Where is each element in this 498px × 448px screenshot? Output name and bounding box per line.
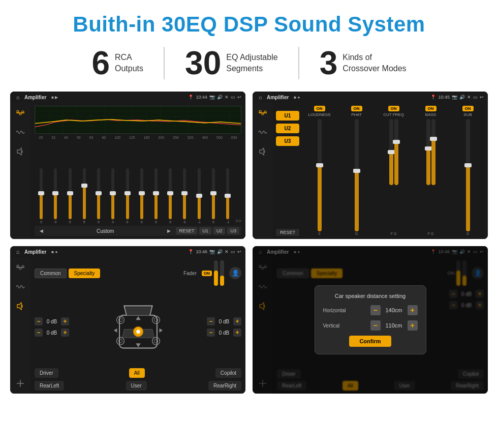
topbar-right-crossover: 📍 10:45 📷 🔊 ✕ ▭ ↩: [430, 95, 484, 100]
vol-plus-rl[interactable]: +: [61, 328, 69, 337]
topbar-dots-fader: ■ ●: [51, 250, 57, 254]
loudness-val: 0: [319, 231, 321, 236]
car-diagram: [72, 296, 204, 357]
vol-minus-fl[interactable]: −: [35, 317, 43, 325]
fader-sidebar: [10, 257, 30, 394]
topbar-time-eq: 10:44: [196, 95, 207, 100]
on-badge-sub: ON: [462, 106, 474, 111]
loudness-slider[interactable]: [318, 119, 322, 231]
feature-num-3: 3: [320, 47, 338, 79]
topbar-fader: ⌂ Amplifier ■ ● 📍 10:46 📷 🔊 ✕ ▭ ↩: [10, 246, 245, 257]
topbar-title-fader: Amplifier: [24, 249, 46, 255]
fader-main: Common Specialty Fader ON 👤 − 0 dB: [30, 257, 245, 394]
eq-u2-btn[interactable]: U2: [213, 227, 226, 234]
feature-eq: 30 EQ Adjustable Segments: [165, 47, 299, 79]
svg-marker-10: [260, 148, 264, 155]
sidebar-wave-icon-3[interactable]: [14, 281, 26, 293]
crossover-sidebar: [253, 103, 273, 239]
eq-main-area: 253240506380100125160200250320400500630 …: [30, 103, 245, 239]
sidebar-speaker-icon-3[interactable]: [14, 300, 26, 312]
vol-val-fl: 0 dB: [44, 319, 59, 324]
tab-specialty[interactable]: Specialty: [69, 268, 101, 278]
eq-slider-10: 0: [178, 168, 191, 224]
eq-slider-7: 0: [135, 168, 148, 224]
cutfreq-slider-g[interactable]: [394, 119, 398, 185]
u1-btn[interactable]: U1: [276, 111, 299, 121]
eq-sliders: 0 0 0 5 0 0 0 0 0 0 0 -1 0 -1 >>: [35, 141, 241, 224]
svg-point-12: [17, 265, 19, 267]
vol-val-rl: 0 dB: [44, 330, 59, 336]
u-buttons: U1 U2 U3 RESET: [276, 106, 299, 236]
dialog-horizontal-plus[interactable]: +: [408, 305, 418, 315]
sidebar-wave-icon[interactable]: [14, 126, 26, 138]
u3-btn[interactable]: U3: [276, 136, 299, 146]
feature-num-6: 6: [91, 47, 110, 79]
vol-plus-fl[interactable]: +: [61, 317, 69, 325]
bass-slider-g[interactable]: [431, 119, 435, 185]
vol-row-fr: − 0 dB +: [207, 317, 241, 325]
bass-val: F G: [428, 231, 434, 236]
eq-play-prev[interactable]: ◀: [37, 227, 46, 234]
dialog-overlay: Car speaker distance setting Horizontal …: [253, 246, 488, 394]
dialog-vertical-row: Vertical − 110cm +: [323, 320, 418, 331]
on-badge-bass: ON: [425, 106, 437, 111]
svg-point-21: [116, 316, 124, 324]
u2-btn[interactable]: U2: [276, 124, 299, 133]
dialog-confirm-button[interactable]: Confirm: [349, 336, 391, 347]
topbar-back-crossover: ↩: [480, 95, 484, 100]
svg-marker-20: [136, 343, 140, 347]
topbar-pin-fader: 📍: [188, 249, 194, 254]
sidebar-eq-icon-2[interactable]: [257, 107, 269, 119]
cutfreq-slider-f[interactable]: [389, 119, 393, 185]
home-icon: ⌂: [14, 94, 21, 101]
topbar-x-crossover: ✕: [467, 95, 471, 100]
sidebar-speaker-icon[interactable]: [14, 145, 26, 158]
crossover-reset-btn[interactable]: RESET: [276, 229, 299, 236]
channel-loudness-header: ON LOUDNESS: [308, 106, 331, 117]
topbar-vol-fader: 🔊: [217, 249, 223, 254]
sidebar-eq-icon-3[interactable]: [14, 261, 26, 274]
fader-slider-1[interactable]: [214, 260, 218, 286]
bass-label: BASS: [425, 112, 436, 117]
vol-plus-rr[interactable]: +: [233, 328, 241, 337]
vol-minus-rl[interactable]: −: [35, 328, 43, 337]
dialog-vertical-plus[interactable]: +: [408, 320, 418, 331]
topbar-eq: ⌂ Amplifier ■ ▶ 📍 10:44 📷 🔊 ✕ ▭ ↩: [10, 92, 245, 103]
eq-slider-8: 0: [149, 168, 163, 224]
btn-copilot[interactable]: Copilot: [215, 368, 241, 378]
channel-bass: ON BASS: [414, 106, 448, 236]
sidebar-speaker-icon-2[interactable]: [257, 145, 269, 158]
dialog-horizontal-minus[interactable]: −: [370, 305, 381, 315]
sub-slider[interactable]: [466, 119, 470, 231]
eq-play-next[interactable]: ▶: [164, 227, 174, 234]
svg-point-14: [22, 265, 24, 267]
btn-rearleft[interactable]: RearLeft: [35, 381, 64, 391]
eq-u3-btn[interactable]: U3: [227, 227, 239, 234]
svg-point-7: [259, 110, 261, 112]
on-badge-cutfreq: ON: [388, 106, 399, 111]
eq-slider-13: -1: [221, 168, 234, 224]
sidebar-eq-icon[interactable]: [14, 107, 26, 119]
cutfreq-label: CUT FREQ: [383, 112, 404, 117]
btn-rearright[interactable]: RearRight: [208, 381, 241, 391]
dialog-vertical-minus[interactable]: −: [370, 320, 381, 331]
eq-reset-btn[interactable]: RESET: [176, 227, 197, 234]
vol-plus-fr[interactable]: +: [233, 317, 241, 325]
btn-all[interactable]: All: [129, 368, 145, 378]
fader-slider-2[interactable]: [220, 260, 224, 286]
dialog-vertical-val: 110cm: [383, 322, 406, 328]
eq-slider-4: 0: [92, 168, 105, 224]
phat-slider[interactable]: [355, 119, 359, 231]
bass-slider-f[interactable]: [426, 119, 430, 185]
btn-user[interactable]: User: [126, 381, 147, 391]
dialog-vertical-label: Vertical: [323, 323, 340, 328]
vol-row-rl: − 0 dB +: [35, 328, 69, 337]
btn-driver[interactable]: Driver: [35, 368, 58, 378]
svg-marker-30: [159, 328, 162, 333]
vol-minus-fr[interactable]: −: [207, 317, 215, 325]
sidebar-wave-icon-2[interactable]: [257, 126, 269, 138]
vol-minus-rr[interactable]: −: [207, 328, 215, 337]
tab-common[interactable]: Common: [35, 268, 67, 278]
sidebar-expand-icon[interactable]: [14, 377, 26, 390]
eq-u1-btn[interactable]: U1: [199, 227, 211, 234]
